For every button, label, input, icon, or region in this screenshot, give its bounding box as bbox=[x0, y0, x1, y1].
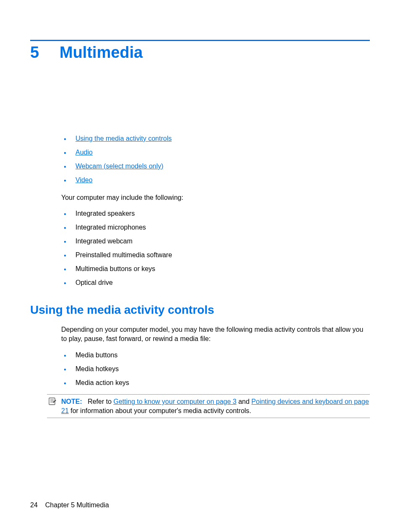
toc-link-webcam[interactable]: Webcam (select models only) bbox=[75, 163, 164, 170]
toc-list: Using the media activity controls Audio … bbox=[30, 135, 370, 184]
note-text-pre: Refer to bbox=[88, 398, 113, 405]
note-block: NOTE: Refer to Getting to know your comp… bbox=[47, 394, 370, 418]
toc-link-media-activity[interactable]: Using the media activity controls bbox=[75, 135, 171, 142]
chapter-header: 5 Multimedia bbox=[30, 44, 370, 62]
feature-item: Integrated webcam bbox=[61, 238, 370, 245]
toc-link-audio[interactable]: Audio bbox=[75, 149, 93, 156]
feature-item: Preinstalled multimedia software bbox=[61, 251, 370, 259]
note-icon bbox=[48, 397, 57, 405]
feature-list: Integrated speakers Integrated microphon… bbox=[30, 210, 370, 287]
toc-link-video[interactable]: Video bbox=[75, 176, 93, 183]
note-label: NOTE: bbox=[61, 398, 82, 405]
section-body: Depending on your computer model, you ma… bbox=[30, 325, 370, 343]
media-item: Media action keys bbox=[61, 379, 370, 387]
toc-item: Webcam (select models only) bbox=[61, 163, 370, 170]
page-footer: 24Chapter 5 Multimedia bbox=[30, 501, 109, 509]
feature-item: Optical drive bbox=[61, 279, 370, 287]
chapter-title: Multimedia bbox=[60, 44, 143, 62]
toc-item: Using the media activity controls bbox=[61, 135, 370, 142]
toc-item: Audio bbox=[61, 149, 370, 156]
note-text-mid: and bbox=[236, 398, 252, 405]
note-link-getting-to-know[interactable]: Getting to know your computer on page 3 bbox=[113, 398, 236, 405]
footer-page-number: 24 bbox=[30, 501, 38, 509]
toc-item: Video bbox=[61, 176, 370, 184]
section-heading: Using the media activity controls bbox=[30, 303, 370, 317]
footer-chapter-label: Chapter 5 Multimedia bbox=[45, 501, 109, 509]
chapter-number: 5 bbox=[30, 44, 60, 62]
note-text-post: for information about your computer's me… bbox=[69, 407, 251, 414]
feature-item: Multimedia buttons or keys bbox=[61, 265, 370, 273]
chapter-divider bbox=[30, 40, 370, 41]
feature-item: Integrated microphones bbox=[61, 224, 370, 231]
media-item: Media hotkeys bbox=[61, 365, 370, 373]
media-item: Media buttons bbox=[61, 351, 370, 359]
feature-item: Integrated speakers bbox=[61, 210, 370, 217]
media-controls-list: Media buttons Media hotkeys Media action… bbox=[30, 351, 370, 387]
intro-text: Your computer may include the following: bbox=[30, 194, 370, 201]
